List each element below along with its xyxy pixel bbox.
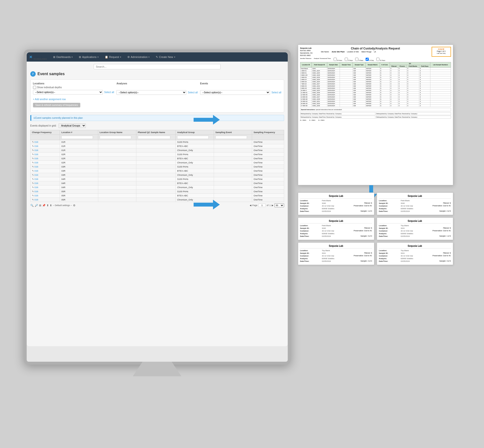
group-cell xyxy=(98,165,136,169)
grid-icon[interactable]: ⊞ xyxy=(39,204,41,207)
locations-select[interactable]: --Select option(s)-- xyxy=(33,90,103,95)
logo-x-icon: ✕ xyxy=(29,55,32,59)
analyses-select-all[interactable]: Select all xyxy=(188,91,198,94)
coc-state: LA xyxy=(374,51,376,53)
add-row-link[interactable]: + Add another assignment row xyxy=(33,98,66,101)
nav-administration[interactable]: ⚙ Administration ▾ xyxy=(125,55,152,60)
per-page-select[interactable]: 50 25 100 xyxy=(274,203,284,207)
edit-link[interactable]: Edit xyxy=(34,170,38,172)
frequency-cell: OneTime xyxy=(252,194,284,198)
events-grid-select[interactable]: Analytical Groups xyxy=(58,123,86,128)
edit-link[interactable]: Edit xyxy=(34,174,38,176)
next-page-btn[interactable]: ▶ xyxy=(272,204,273,207)
change-freq-cell: ✎ Edit xyxy=(30,161,60,165)
coc-table-row: 14 MW-68 GWS_3238 02/05/2024 GW WATER S … xyxy=(300,98,451,100)
coc-site-name: Acme Site Plant xyxy=(332,51,345,53)
save-button[interactable]: Save & refresh summary of frequencies xyxy=(33,103,81,107)
event-filter-input[interactable] xyxy=(215,136,247,139)
page-input[interactable] xyxy=(258,204,266,207)
group-cell xyxy=(98,169,136,173)
analytical-filter-input[interactable] xyxy=(177,136,209,139)
event-cell xyxy=(214,140,252,144)
edit-link[interactable]: Edit xyxy=(34,153,38,156)
change-freq-cell: ✎ Edit xyxy=(30,190,60,194)
card-sampleid-row: Sample ID: 3241 Filtered: N xyxy=(300,252,372,254)
table-footer: 🔍 🔎 ⊞ 📌 ⬆ ⬇ -- Default settings -- ⚙ ◀ P… xyxy=(30,203,284,207)
col-change-freq: Change Frequency xyxy=(30,130,60,135)
events-select[interactable]: --Select option(s)-- xyxy=(200,90,270,95)
show-depths-checkbox[interactable] xyxy=(33,86,36,89)
nav-dashboards[interactable]: ⊞ Dashboards ▾ xyxy=(51,55,75,60)
coc-location-label: Location of Site: xyxy=(347,51,359,53)
tat-21day: 21 Days xyxy=(376,58,385,61)
main-content: 7 Event samples Locations Show individua… xyxy=(27,62,288,346)
edit-link[interactable]: Edit xyxy=(34,178,38,180)
r2-company: Company: xyxy=(388,113,394,114)
event-cell xyxy=(214,144,252,148)
app-logo: ✕ Locus TECHNOLOGIES xyxy=(29,54,47,60)
label-card: Sequoia Lab Location: Trip Blank Sample … xyxy=(377,242,453,265)
card-analysis: 8260B Volatiles xyxy=(322,208,335,210)
table-row: ✎ Edit 04R Chromium_Only OneTime xyxy=(30,185,284,190)
assignment-section: Locations Show individual depths --Selec… xyxy=(30,80,284,112)
table-row: ✎ Edit 05R Chromium_Only OneTime xyxy=(30,198,284,202)
card-datetime-row: Date/Time: 02/05/2024 Sampler: 3 of 3 xyxy=(379,260,451,262)
upload-icon[interactable]: ⬆ xyxy=(47,204,49,207)
group-cell xyxy=(98,185,136,190)
location-cell: 04R xyxy=(60,185,98,190)
location-cell: 04R xyxy=(60,177,98,181)
edit-link[interactable]: Edit xyxy=(34,149,38,152)
card-location: Trip Blank xyxy=(401,249,409,252)
edit-link[interactable]: Edit xyxy=(34,157,38,160)
edit-link[interactable]: Edit xyxy=(34,186,38,189)
coc-table-row: 13 MW-60 GWS_3237 02/05/2024 GW WATER S … xyxy=(300,96,451,98)
edit-link[interactable]: Edit xyxy=(34,161,38,164)
nav-request[interactable]: 📋 Request ▾ xyxy=(102,55,123,60)
pin-icon[interactable]: 📌 xyxy=(42,204,46,207)
events-label: Events xyxy=(200,82,281,85)
group-cell xyxy=(98,157,136,161)
search-input[interactable] xyxy=(94,64,221,69)
zoom-out-icon[interactable]: 🔎 xyxy=(35,204,38,207)
change-icon: ✎ xyxy=(32,178,34,180)
edit-link[interactable]: Edit xyxy=(34,199,38,201)
qc-filter-input[interactable] xyxy=(138,136,170,139)
prev-page-btn[interactable]: ◀ xyxy=(250,204,251,207)
frequency-cell: OneTime xyxy=(252,140,284,144)
card-container: 40 ml VOA Vial xyxy=(322,230,334,232)
edit-link[interactable]: Edit xyxy=(34,166,38,168)
blue-arrow-2 xyxy=(213,200,220,209)
tat-14day: 14 Day xyxy=(366,58,374,61)
card-analysis: 8260B Volatiles xyxy=(401,257,413,260)
change-icon: ✎ xyxy=(32,194,34,197)
nav-applications[interactable]: ⊞ Applications ▾ xyxy=(76,55,101,60)
edit-link[interactable]: Edit xyxy=(34,141,38,143)
edit-link[interactable]: Edit xyxy=(34,145,38,147)
download-icon[interactable]: ⬇ xyxy=(50,204,52,207)
locations-select-all[interactable]: Select all xyxy=(104,91,114,94)
card-container-row: Container: 40 ml VOA Vial Preservative: … xyxy=(379,230,451,232)
edit-link[interactable]: Edit xyxy=(34,190,38,193)
card-analysis-row: Analysis: 8260B Volatiles xyxy=(300,232,372,235)
card-location: Trip Blank xyxy=(322,249,330,252)
r1-company: Company: xyxy=(312,113,319,114)
edit-link[interactable]: Edit xyxy=(34,194,38,197)
change-freq-cell: ✎ Edit xyxy=(30,148,60,152)
events-select-all[interactable]: Select all xyxy=(271,91,281,94)
change-freq-cell: ✎ Edit xyxy=(30,157,60,161)
group-cell xyxy=(98,148,136,152)
zoom-in-icon[interactable]: 🔍 xyxy=(30,204,34,207)
tat-row: Jennifer Peterson Analysis Turnaround Ti… xyxy=(300,58,451,61)
group-cell xyxy=(98,173,136,177)
edit-link[interactable]: Edit xyxy=(34,182,38,184)
change-freq-cell: ✎ Edit xyxy=(30,177,60,181)
group-filter-input[interactable] xyxy=(100,136,131,139)
location-filter-input[interactable] xyxy=(61,136,93,139)
frequency-cell: OneTime xyxy=(252,198,284,202)
settings-icon[interactable]: ⚙ xyxy=(73,204,75,207)
analyses-select[interactable]: --Select option(s)-- xyxy=(116,90,186,95)
nav-create-new[interactable]: ✎ Create New ▾ xyxy=(153,55,177,60)
legend-n: N = RIEG xyxy=(300,120,306,121)
event-cell xyxy=(214,173,252,177)
table-row: ✎ Edit 05R S100 PAHs OneTime xyxy=(30,190,284,194)
